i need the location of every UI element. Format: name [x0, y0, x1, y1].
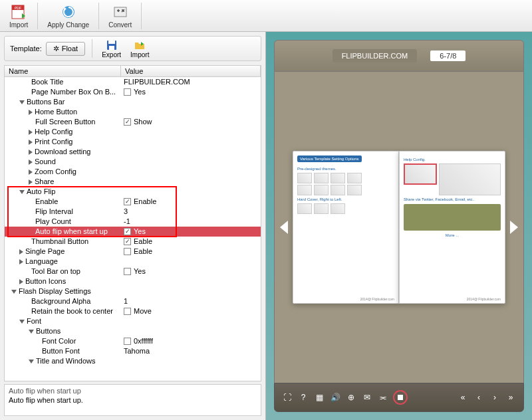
save-icon	[106, 39, 118, 51]
row-button-icons[interactable]: Button Icons	[5, 276, 261, 286]
expand-icon[interactable]	[29, 110, 33, 115]
fullscreen-icon[interactable]: ⛶	[281, 391, 293, 403]
row-play-count[interactable]: Play Count-1	[5, 217, 261, 227]
help-icon[interactable]: ?	[297, 391, 309, 403]
import-template-label: Import	[130, 51, 149, 58]
checkbox[interactable]	[124, 88, 131, 96]
row-sound[interactable]: Sound	[5, 157, 261, 167]
thumb-row	[297, 203, 394, 214]
expand-icon[interactable]	[19, 320, 25, 324]
row-toolbar-top[interactable]: Tool Bar on topYes	[5, 266, 261, 276]
row-auto-flip[interactable]: Auto Flip	[5, 187, 261, 197]
expand-icon[interactable]	[29, 360, 34, 364]
prev-page-icon[interactable]: ‹	[473, 391, 485, 403]
settings-tree[interactable]: Book TitleFLIPBUILDER.COM Page Number Bo…	[4, 77, 261, 381]
expand-icon[interactable]	[29, 130, 33, 135]
row-title-windows[interactable]: Title and Windows	[5, 356, 261, 366]
checkbox[interactable]	[124, 198, 131, 205]
svg-text:PDF: PDF	[15, 6, 21, 10]
row-auto-flip-start[interactable]: Auto flip when start upYes	[5, 227, 261, 237]
page-sub: Share via Twitter, Facebook, Email, etc.…	[404, 197, 501, 201]
expand-icon[interactable]	[19, 259, 23, 264]
convert-button[interactable]: Convert	[103, 2, 137, 30]
row-thumbnail-button[interactable]: Thumbnail ButtonEable	[5, 237, 261, 247]
row-book-title[interactable]: Book TitleFLIPBUILDER.COM	[5, 77, 261, 87]
first-page-icon[interactable]: «	[457, 391, 469, 403]
row-buttons[interactable]: Buttons	[5, 326, 261, 336]
pdf-icon: PDF	[10, 3, 27, 21]
expand-icon[interactable]	[29, 169, 33, 175]
row-font[interactable]: Font	[5, 316, 261, 326]
share-icon[interactable]: ⫘	[377, 391, 389, 403]
gear-icon: ✲	[53, 45, 59, 53]
checkbox[interactable]	[124, 118, 131, 126]
expand-icon[interactable]	[29, 140, 33, 145]
checkbox[interactable]	[124, 228, 131, 235]
export-label: Export	[102, 51, 121, 58]
row-download[interactable]: Download setting	[5, 147, 261, 157]
row-full-screen[interactable]: Full Screen ButtonShow	[5, 117, 261, 127]
template-select[interactable]: ✲ Float	[46, 42, 85, 56]
page-right: Help Config. Share via Twitter, Facebook…	[399, 151, 505, 304]
zoom-icon[interactable]: ⊕	[345, 391, 357, 403]
expand-icon[interactable]	[19, 100, 25, 104]
export-button[interactable]: Export	[99, 39, 124, 58]
expand-icon[interactable]	[19, 190, 25, 194]
email-icon[interactable]: ✉	[361, 391, 373, 403]
stop-autoflip-icon[interactable]	[393, 390, 408, 405]
row-zoom-config[interactable]: Zoom Config	[5, 167, 261, 177]
apply-change-button[interactable]: Apply Change	[42, 2, 94, 30]
preview-body: Various Template Setting Options Pre-des…	[274, 72, 524, 383]
page-sub: Hard Cover, Right to Left.	[297, 197, 394, 201]
checkbox[interactable]	[124, 308, 131, 315]
row-font-color[interactable]: Font Color0xffffff	[5, 336, 261, 346]
next-page-icon[interactable]: ›	[489, 391, 501, 403]
page-sub: Pre-designed themes.	[297, 167, 394, 171]
row-print-config[interactable]: Print Config	[5, 137, 261, 147]
row-buttons-bar[interactable]: Buttons Bar	[5, 97, 261, 107]
expand-icon[interactable]	[29, 330, 34, 334]
import-button[interactable]: PDF Import	[4, 2, 33, 30]
separator	[37, 3, 38, 29]
row-button-font[interactable]: Button FontTahoma	[5, 346, 261, 356]
page-indicator[interactable]: 6-7/8	[430, 51, 466, 61]
row-retain-center[interactable]: Retain the book to centerMove	[5, 306, 261, 316]
row-flash-display[interactable]: Flash Display Settings	[5, 286, 261, 296]
more-link[interactable]: More ...	[404, 233, 501, 237]
row-home-button[interactable]: Home Button	[5, 107, 261, 117]
expand-icon[interactable]	[29, 179, 33, 185]
row-language[interactable]: Language	[5, 257, 261, 266]
flipbook[interactable]: Various Template Setting Options Pre-des…	[293, 151, 505, 304]
row-help-config[interactable]: Help Config	[5, 127, 261, 137]
expand-icon[interactable]	[29, 150, 33, 155]
checkbox[interactable]	[124, 248, 131, 255]
page-footer: 2014@ Flipbuilder.com	[360, 297, 394, 301]
last-page-icon[interactable]: »	[505, 391, 517, 403]
sound-icon[interactable]: 🔊	[329, 391, 341, 403]
preview-panel: FLIPBUILDER.COM 6-7/8 Various Template S…	[266, 32, 532, 420]
page-sub: Help Config.	[404, 158, 501, 161]
thumbnails-icon[interactable]: ▦	[313, 391, 325, 403]
expand-icon[interactable]	[19, 279, 23, 284]
import-template-button[interactable]: Import	[128, 39, 152, 58]
separator	[141, 3, 142, 29]
expand-icon[interactable]	[11, 290, 17, 294]
expand-icon[interactable]	[29, 159, 33, 165]
row-page-number-box[interactable]: Page Number Box On B...Yes	[5, 87, 261, 97]
row-enable[interactable]: EnableEnable	[5, 197, 261, 207]
tree-header: Name Value	[4, 65, 261, 77]
prev-arrow-icon[interactable]	[280, 221, 288, 234]
convert-label: Convert	[108, 21, 132, 29]
checkbox[interactable]	[124, 238, 131, 245]
page-heading: Various Template Setting Options	[297, 156, 362, 162]
row-bg-alpha[interactable]: Background Alpha1	[5, 296, 261, 306]
row-single-page[interactable]: Single PageEable	[5, 247, 261, 257]
row-flip-interval[interactable]: Flip Interval3	[5, 207, 261, 217]
color-swatch[interactable]	[124, 338, 131, 345]
expand-icon[interactable]	[19, 249, 23, 255]
row-share[interactable]: Share	[5, 177, 261, 187]
next-arrow-icon[interactable]	[510, 221, 518, 234]
checkbox[interactable]	[124, 268, 131, 275]
import-label: Import	[9, 21, 28, 29]
apply-change-label: Apply Change	[47, 21, 89, 29]
